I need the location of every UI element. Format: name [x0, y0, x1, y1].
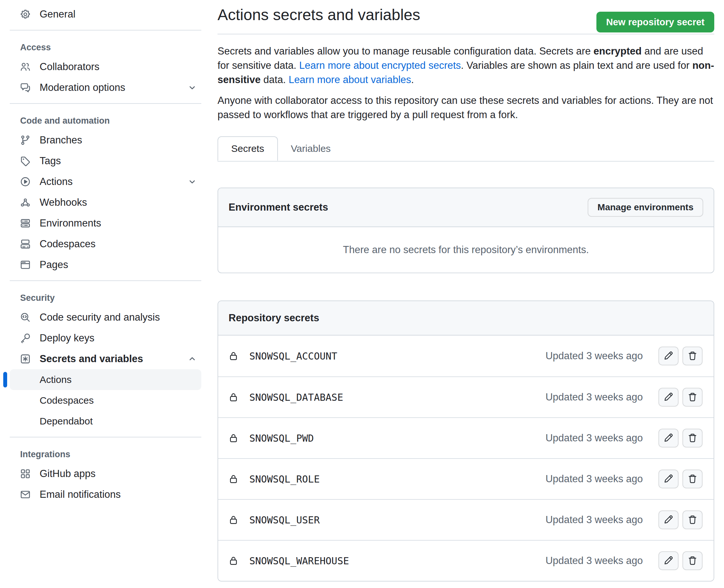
secret-updated-timestamp: Updated 3 weeks ago: [545, 350, 643, 362]
sidebar-item-email-notifications[interactable]: Email notifications: [10, 484, 201, 505]
server-icon: [20, 218, 30, 228]
delete-secret-button[interactable]: [682, 551, 703, 570]
sidebar-subitem-dependabot[interactable]: Dependabot: [10, 411, 201, 432]
secret-row-actions: [658, 469, 703, 488]
people-icon: [20, 62, 30, 72]
repository-secrets-header: Repository secrets: [218, 301, 713, 336]
sidebar-item-general[interactable]: General: [10, 4, 201, 25]
key-icon: [20, 333, 30, 343]
environment-secrets-panel: Environment secrets Manage environments …: [218, 188, 714, 273]
tab-variables[interactable]: Variables: [278, 136, 344, 161]
secret-row-actions: [658, 510, 703, 529]
delete-secret-button[interactable]: [682, 469, 703, 488]
repository-secrets-panel: Repository secrets SNOWSQL_ACCOUNTUpdate…: [218, 300, 714, 582]
sidebar-item-deploy-keys[interactable]: Deploy keys: [10, 328, 201, 349]
secret-name: SNOWSQL_ACCOUNT: [249, 351, 337, 362]
main-content: Actions secrets and variables New reposi…: [218, 0, 714, 582]
secret-name: SNOWSQL_DATABASE: [249, 392, 343, 403]
intro-text: .: [411, 74, 414, 85]
trash-icon: [688, 351, 697, 361]
tag-icon: [20, 156, 30, 166]
sidebar-section-access: Access: [10, 38, 201, 57]
lock-icon: [229, 515, 238, 525]
sidebar-section-security: Security: [10, 289, 201, 307]
pencil-icon: [664, 514, 674, 525]
lock-icon: [229, 556, 238, 566]
git-branch-icon: [20, 135, 30, 145]
learn-more-link[interactable]: Learn more about encrypted secrets: [299, 60, 461, 71]
tab-secrets[interactable]: Secrets: [218, 136, 278, 161]
settings-sidebar: GeneralAccessCollaboratorsModeration opt…: [10, 4, 201, 505]
environment-secrets-header: Environment secrets Manage environments: [218, 188, 713, 227]
sidebar-item-label: Deploy keys: [40, 332, 95, 344]
edit-secret-button[interactable]: [658, 388, 679, 406]
secret-row: SNOWSQL_PWDUpdated 3 weeks ago: [218, 417, 713, 458]
sidebar-item-secrets-and-variables[interactable]: Secrets and variables: [10, 349, 201, 369]
lock-icon: [229, 351, 238, 361]
secret-row: SNOWSQL_WAREHOUSEUpdated 3 weeks ago: [218, 540, 713, 581]
sidebar-item-label: Code security and analysis: [40, 312, 160, 323]
edit-secret-button[interactable]: [658, 551, 679, 570]
asterisk-box-icon: [20, 354, 30, 364]
sidebar-item-codespaces[interactable]: Codespaces: [10, 234, 201, 254]
secret-row: SNOWSQL_USERUpdated 3 weeks ago: [218, 499, 713, 540]
learn-more-link[interactable]: Learn more about variables: [289, 74, 411, 85]
sidebar-item-environments[interactable]: Environments: [10, 213, 201, 234]
sidebar-item-actions[interactable]: Actions: [10, 171, 201, 192]
trash-icon: [688, 514, 697, 525]
edit-secret-button[interactable]: [658, 346, 679, 365]
webhook-icon: [20, 197, 30, 208]
chevron-down-icon: [188, 83, 197, 92]
repository-secrets-list: SNOWSQL_ACCOUNTUpdated 3 weeks agoSNOWSQ…: [218, 336, 713, 581]
sidebar-item-branches[interactable]: Branches: [10, 130, 201, 151]
apps-grid-icon: [20, 468, 30, 479]
sidebar-divider: [10, 103, 201, 104]
delete-secret-button[interactable]: [682, 510, 703, 529]
pencil-icon: [664, 433, 674, 444]
sidebar-item-label: Codespaces: [40, 238, 96, 250]
sidebar-subitem-codespaces[interactable]: Codespaces: [10, 390, 201, 411]
sidebar-item-label: Secrets and variables: [40, 353, 143, 365]
sidebar-item-label: Email notifications: [40, 489, 121, 500]
secret-name: SNOWSQL_WAREHOUSE: [249, 555, 349, 567]
sidebar-item-pages[interactable]: Pages: [10, 254, 201, 275]
sidebar-item-code-security-and-analysis[interactable]: Code security and analysis: [10, 307, 201, 328]
page-header: Actions secrets and variables New reposi…: [218, 4, 714, 25]
emphasized-text: encrypted: [594, 45, 642, 57]
sidebar-item-label: General: [40, 8, 75, 20]
delete-secret-button[interactable]: [682, 388, 703, 406]
manage-environments-button[interactable]: Manage environments: [588, 198, 703, 217]
delete-secret-button[interactable]: [682, 346, 703, 365]
comment-discussion-icon: [20, 82, 30, 93]
secret-updated-timestamp: Updated 3 weeks ago: [545, 555, 643, 567]
new-repository-secret-button[interactable]: New repository secret: [596, 12, 714, 33]
edit-secret-button[interactable]: [658, 469, 679, 488]
sidebar-subitem-actions[interactable]: Actions: [10, 369, 201, 390]
intro-text: data.: [261, 74, 289, 85]
edit-secret-button[interactable]: [658, 429, 679, 447]
sidebar-item-collaborators[interactable]: Collaborators: [10, 57, 201, 77]
sidebar-item-moderation-options[interactable]: Moderation options: [10, 77, 201, 98]
delete-secret-button[interactable]: [682, 429, 703, 447]
sidebar-section-code-and-automation: Code and automation: [10, 112, 201, 130]
trash-icon: [688, 555, 697, 566]
sidebar-item-github-apps[interactable]: GitHub apps: [10, 463, 201, 484]
secret-name: SNOWSQL_PWD: [249, 433, 314, 444]
secret-updated-timestamp: Updated 3 weeks ago: [545, 391, 643, 403]
sidebar-item-tags[interactable]: Tags: [10, 151, 201, 171]
sidebar-item-label: Tags: [40, 155, 61, 167]
repository-secrets-title: Repository secrets: [229, 312, 319, 324]
edit-secret-button[interactable]: [658, 510, 679, 529]
browser-icon: [20, 259, 30, 270]
intro-text: Secrets and variables allow you to manag…: [218, 45, 594, 57]
sidebar-subitem-label: Dependabot: [40, 416, 92, 427]
secret-row: SNOWSQL_DATABASEUpdated 3 weeks ago: [218, 376, 713, 417]
intro-paragraph-1: Secrets and variables allow you to manag…: [218, 44, 714, 87]
sidebar-item-label: Branches: [40, 134, 82, 146]
sidebar-item-webhooks[interactable]: Webhooks: [10, 192, 201, 213]
trash-icon: [688, 474, 697, 484]
secret-updated-timestamp: Updated 3 weeks ago: [545, 473, 643, 485]
intro-paragraph-2: Anyone with collaborator access to this …: [218, 93, 714, 122]
trash-icon: [688, 433, 697, 444]
sidebar-subitem-label: Actions: [40, 374, 71, 385]
